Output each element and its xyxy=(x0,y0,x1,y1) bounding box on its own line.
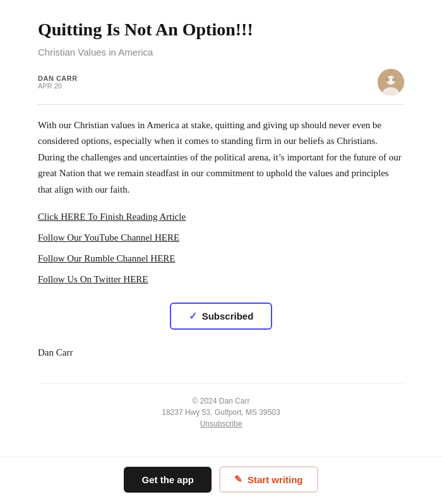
svg-point-3 xyxy=(386,78,390,81)
pencil-icon: ✎ xyxy=(234,474,242,485)
link-twitter[interactable]: Follow Us On Twitter HERE xyxy=(38,274,404,285)
get-app-button[interactable]: Get the app xyxy=(124,467,212,493)
svg-point-4 xyxy=(392,78,396,81)
article-body: With our Christian values in America at … xyxy=(38,117,404,198)
subscribed-row: ✓ Subscribed xyxy=(38,303,404,330)
subscribed-button[interactable]: ✓ Subscribed xyxy=(170,303,273,330)
footer: © 2024 Dan Carr 18237 Hwy 53, Gulfport, … xyxy=(38,383,404,428)
article-title: Quitting Is Not An Option!!! xyxy=(38,19,404,40)
link-finish-reading[interactable]: Click HERE To Finish Reading Article xyxy=(38,212,404,222)
footer-unsubscribe[interactable]: Unsubscribe xyxy=(38,419,404,428)
footer-address: 18237 Hwy 53, Gulfport, MS 39503 xyxy=(38,408,404,417)
author-info: DAN CARR APR 20 xyxy=(38,75,78,90)
bottom-bar: Get the app ✎ Start writing xyxy=(0,457,442,504)
author-name: DAN CARR xyxy=(38,75,78,82)
author-row: DAN CARR APR 20 xyxy=(38,69,404,95)
link-youtube[interactable]: Follow Our YouTube Channel HERE xyxy=(38,232,404,243)
footer-copyright: © 2024 Dan Carr xyxy=(38,397,404,405)
section-divider xyxy=(38,104,404,105)
start-writing-label: Start writing xyxy=(248,474,303,485)
link-rumble[interactable]: Follow Our Rumble Channel HERE xyxy=(38,253,404,264)
signature: Dan Carr xyxy=(38,347,404,358)
subscribed-label: Subscribed xyxy=(202,311,254,321)
avatar xyxy=(378,69,404,95)
start-writing-button[interactable]: ✎ Start writing xyxy=(219,466,318,493)
avatar-image xyxy=(378,69,404,95)
author-date: APR 20 xyxy=(38,82,78,90)
article-subtitle: Christian Values in America xyxy=(38,47,404,57)
check-icon: ✓ xyxy=(189,310,197,322)
